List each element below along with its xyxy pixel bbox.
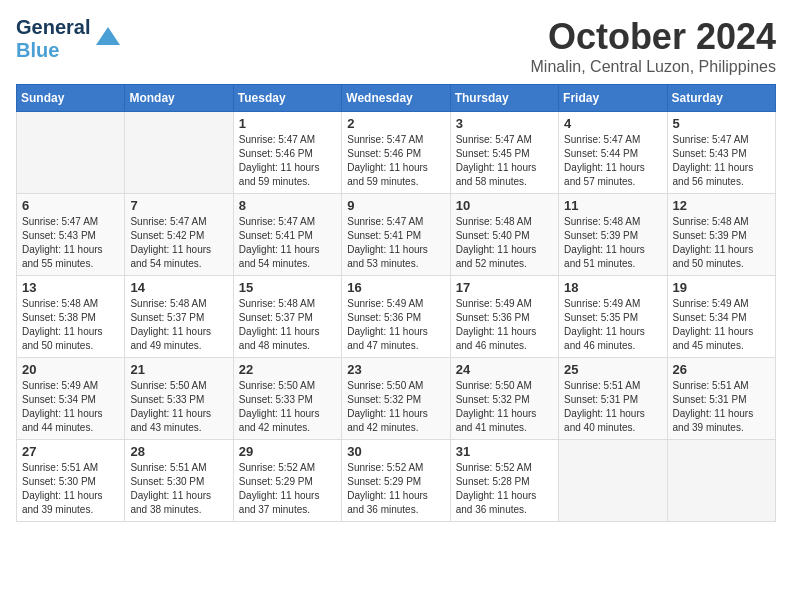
- calendar-cell: [17, 112, 125, 194]
- cell-info: Sunrise: 5:51 AMSunset: 5:31 PMDaylight:…: [564, 379, 661, 435]
- page-header: General Blue October 2024 Minalin, Centr…: [16, 16, 776, 76]
- cell-info: Sunrise: 5:48 AMSunset: 5:37 PMDaylight:…: [239, 297, 336, 353]
- day-number: 16: [347, 280, 444, 295]
- calendar-cell: [125, 112, 233, 194]
- day-number: 21: [130, 362, 227, 377]
- logo-text: General Blue: [16, 16, 90, 62]
- cell-info: Sunrise: 5:48 AMSunset: 5:39 PMDaylight:…: [564, 215, 661, 271]
- sunset-text: Sunset: 5:29 PM: [239, 475, 336, 489]
- sunset-text: Sunset: 5:40 PM: [456, 229, 553, 243]
- sunrise-text: Sunrise: 5:49 AM: [22, 379, 119, 393]
- day-number: 13: [22, 280, 119, 295]
- calendar-cell: 28Sunrise: 5:51 AMSunset: 5:30 PMDayligh…: [125, 440, 233, 522]
- cell-info: Sunrise: 5:52 AMSunset: 5:28 PMDaylight:…: [456, 461, 553, 517]
- day-number: 9: [347, 198, 444, 213]
- cell-info: Sunrise: 5:47 AMSunset: 5:42 PMDaylight:…: [130, 215, 227, 271]
- cell-info: Sunrise: 5:51 AMSunset: 5:31 PMDaylight:…: [673, 379, 770, 435]
- sunrise-text: Sunrise: 5:48 AM: [22, 297, 119, 311]
- cell-info: Sunrise: 5:50 AMSunset: 5:33 PMDaylight:…: [130, 379, 227, 435]
- cell-info: Sunrise: 5:48 AMSunset: 5:40 PMDaylight:…: [456, 215, 553, 271]
- calendar-week-row: 6Sunrise: 5:47 AMSunset: 5:43 PMDaylight…: [17, 194, 776, 276]
- calendar-cell: 14Sunrise: 5:48 AMSunset: 5:37 PMDayligh…: [125, 276, 233, 358]
- day-number: 19: [673, 280, 770, 295]
- sunrise-text: Sunrise: 5:51 AM: [673, 379, 770, 393]
- daylight-text: Daylight: 11 hours and 52 minutes.: [456, 243, 553, 271]
- sunrise-text: Sunrise: 5:47 AM: [239, 133, 336, 147]
- daylight-text: Daylight: 11 hours and 42 minutes.: [239, 407, 336, 435]
- sunset-text: Sunset: 5:45 PM: [456, 147, 553, 161]
- daylight-text: Daylight: 11 hours and 44 minutes.: [22, 407, 119, 435]
- sunset-text: Sunset: 5:36 PM: [347, 311, 444, 325]
- calendar-table: SundayMondayTuesdayWednesdayThursdayFrid…: [16, 84, 776, 522]
- sunrise-text: Sunrise: 5:48 AM: [239, 297, 336, 311]
- day-number: 1: [239, 116, 336, 131]
- daylight-text: Daylight: 11 hours and 45 minutes.: [673, 325, 770, 353]
- day-number: 22: [239, 362, 336, 377]
- weekday-header-row: SundayMondayTuesdayWednesdayThursdayFrid…: [17, 85, 776, 112]
- calendar-cell: 2Sunrise: 5:47 AMSunset: 5:46 PMDaylight…: [342, 112, 450, 194]
- sunset-text: Sunset: 5:35 PM: [564, 311, 661, 325]
- sunset-text: Sunset: 5:32 PM: [456, 393, 553, 407]
- calendar-cell: 3Sunrise: 5:47 AMSunset: 5:45 PMDaylight…: [450, 112, 558, 194]
- calendar-cell: 8Sunrise: 5:47 AMSunset: 5:41 PMDaylight…: [233, 194, 341, 276]
- weekday-header: Wednesday: [342, 85, 450, 112]
- sunset-text: Sunset: 5:28 PM: [456, 475, 553, 489]
- calendar-cell: 5Sunrise: 5:47 AMSunset: 5:43 PMDaylight…: [667, 112, 775, 194]
- calendar-cell: 6Sunrise: 5:47 AMSunset: 5:43 PMDaylight…: [17, 194, 125, 276]
- day-number: 7: [130, 198, 227, 213]
- calendar-week-row: 13Sunrise: 5:48 AMSunset: 5:38 PMDayligh…: [17, 276, 776, 358]
- calendar-cell: 23Sunrise: 5:50 AMSunset: 5:32 PMDayligh…: [342, 358, 450, 440]
- calendar-cell: 15Sunrise: 5:48 AMSunset: 5:37 PMDayligh…: [233, 276, 341, 358]
- cell-info: Sunrise: 5:47 AMSunset: 5:43 PMDaylight:…: [22, 215, 119, 271]
- daylight-text: Daylight: 11 hours and 46 minutes.: [564, 325, 661, 353]
- cell-info: Sunrise: 5:48 AMSunset: 5:38 PMDaylight:…: [22, 297, 119, 353]
- cell-info: Sunrise: 5:50 AMSunset: 5:32 PMDaylight:…: [456, 379, 553, 435]
- cell-info: Sunrise: 5:52 AMSunset: 5:29 PMDaylight:…: [347, 461, 444, 517]
- calendar-week-row: 20Sunrise: 5:49 AMSunset: 5:34 PMDayligh…: [17, 358, 776, 440]
- daylight-text: Daylight: 11 hours and 36 minutes.: [456, 489, 553, 517]
- calendar-cell: 25Sunrise: 5:51 AMSunset: 5:31 PMDayligh…: [559, 358, 667, 440]
- calendar-week-row: 1Sunrise: 5:47 AMSunset: 5:46 PMDaylight…: [17, 112, 776, 194]
- day-number: 14: [130, 280, 227, 295]
- day-number: 5: [673, 116, 770, 131]
- daylight-text: Daylight: 11 hours and 54 minutes.: [130, 243, 227, 271]
- calendar-cell: 27Sunrise: 5:51 AMSunset: 5:30 PMDayligh…: [17, 440, 125, 522]
- calendar-cell: 11Sunrise: 5:48 AMSunset: 5:39 PMDayligh…: [559, 194, 667, 276]
- day-number: 15: [239, 280, 336, 295]
- sunset-text: Sunset: 5:44 PM: [564, 147, 661, 161]
- sunrise-text: Sunrise: 5:51 AM: [22, 461, 119, 475]
- sunrise-text: Sunrise: 5:49 AM: [456, 297, 553, 311]
- day-number: 18: [564, 280, 661, 295]
- day-number: 3: [456, 116, 553, 131]
- day-number: 4: [564, 116, 661, 131]
- sunrise-text: Sunrise: 5:50 AM: [456, 379, 553, 393]
- weekday-header: Friday: [559, 85, 667, 112]
- location: Minalin, Central Luzon, Philippines: [531, 58, 776, 76]
- logo: General Blue: [16, 16, 122, 62]
- daylight-text: Daylight: 11 hours and 53 minutes.: [347, 243, 444, 271]
- calendar-cell: 1Sunrise: 5:47 AMSunset: 5:46 PMDaylight…: [233, 112, 341, 194]
- day-number: 31: [456, 444, 553, 459]
- daylight-text: Daylight: 11 hours and 59 minutes.: [239, 161, 336, 189]
- sunrise-text: Sunrise: 5:48 AM: [456, 215, 553, 229]
- cell-info: Sunrise: 5:47 AMSunset: 5:46 PMDaylight:…: [347, 133, 444, 189]
- sunrise-text: Sunrise: 5:47 AM: [347, 133, 444, 147]
- daylight-text: Daylight: 11 hours and 42 minutes.: [347, 407, 444, 435]
- sunrise-text: Sunrise: 5:47 AM: [456, 133, 553, 147]
- sunset-text: Sunset: 5:36 PM: [456, 311, 553, 325]
- sunrise-text: Sunrise: 5:48 AM: [564, 215, 661, 229]
- sunrise-text: Sunrise: 5:48 AM: [130, 297, 227, 311]
- sunset-text: Sunset: 5:34 PM: [22, 393, 119, 407]
- cell-info: Sunrise: 5:50 AMSunset: 5:32 PMDaylight:…: [347, 379, 444, 435]
- cell-info: Sunrise: 5:47 AMSunset: 5:44 PMDaylight:…: [564, 133, 661, 189]
- day-number: 27: [22, 444, 119, 459]
- sunset-text: Sunset: 5:30 PM: [130, 475, 227, 489]
- weekday-header: Tuesday: [233, 85, 341, 112]
- sunset-text: Sunset: 5:46 PM: [347, 147, 444, 161]
- day-number: 30: [347, 444, 444, 459]
- daylight-text: Daylight: 11 hours and 55 minutes.: [22, 243, 119, 271]
- sunset-text: Sunset: 5:43 PM: [22, 229, 119, 243]
- daylight-text: Daylight: 11 hours and 56 minutes.: [673, 161, 770, 189]
- sunrise-text: Sunrise: 5:47 AM: [22, 215, 119, 229]
- daylight-text: Daylight: 11 hours and 41 minutes.: [456, 407, 553, 435]
